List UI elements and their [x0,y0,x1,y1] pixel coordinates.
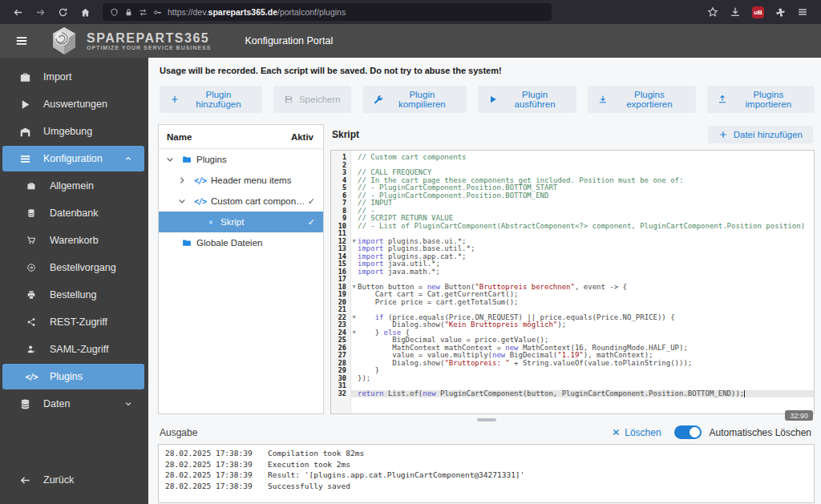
tree-column-aktiv: Aktiv [291,132,313,142]
sidebar-item-allgemein[interactable]: Allgemein [2,173,144,199]
plugin-hinzufuegen-button[interactable]: Plugin hinzufügen [160,86,262,113]
editor-panel: Skript Datei hinzufügen 1// Custom cart … [330,124,815,414]
home-icon[interactable] [75,3,95,21]
auto-clear-toggle[interactable] [674,425,702,439]
sidebar-item-import[interactable]: Import [2,64,144,90]
line-number: 32 [331,390,350,398]
back-button[interactable]: Zurück [2,467,144,493]
tree-expander-icon[interactable] [177,196,188,206]
play-icon [488,95,498,104]
tree-row-label: Plugins [196,155,304,164]
add-file-button[interactable]: Datei hinzufügen [708,126,813,143]
sidebar-item-label: Bestellung [50,289,96,300]
panel-resize-handle[interactable] [477,418,496,421]
shield-icon[interactable] [110,8,119,17]
plugins-exportieren-button[interactable]: Plugins exportieren [588,86,695,113]
sidebar-item-plugins[interactable]: </>Plugins [2,364,144,389]
tree-expander-icon[interactable] [177,175,188,185]
sidebar-item-label: Plugins [50,371,83,382]
tree-row-globale-dateien[interactable]: Globale Dateien [159,232,323,253]
fold-arrow-icon[interactable]: ▼ [350,238,358,246]
code-line-6: 6// - PluginCartComponent.Position.BOTTO… [331,192,814,200]
tree-row-plugins[interactable]: Plugins [159,149,323,170]
tree-expander-icon[interactable] [165,155,176,164]
line-number: 1 [331,154,350,162]
cart-icon [25,236,38,245]
sidebar-nav: ImportAuswertungenUmgebungKonfigurationA… [0,58,148,504]
close-icon [612,428,621,437]
log-line: 28.02.2025 17:38:39Result: '[plugins.app… [165,470,807,481]
reload-icon[interactable] [53,3,72,21]
button-label: Plugin hinzufügen [185,90,252,109]
line-number: 7 [331,200,350,208]
sidebar-item-label: Umgebung [43,126,92,137]
back-arrow-icon [18,474,31,486]
tree-row-skript[interactable]: Skript✓ [159,212,323,232]
tree-row-custom-cart-compon-[interactable]: </>Custom cart compon…✓ [159,191,323,212]
forward-icon[interactable] [30,3,50,21]
clear-output-button[interactable]: Löschen [612,427,661,438]
plus-icon [718,130,728,139]
auto-clear-label: Automatisches Löschen [710,427,811,438]
code-text: // Custom cart components [358,154,814,162]
plus-icon [170,95,180,104]
plugins-importieren-button[interactable]: Plugins importieren [707,86,815,113]
bookmark-star-icon[interactable] [707,6,718,18]
printer-icon [25,290,38,300]
code-text: Price price = cart.getTotalSum(); [358,299,814,307]
back-label: Zurück [43,474,74,486]
plugin-tree-panel: Name Aktiv Plugins</>Header menu items</… [158,124,324,414]
code-icon: </> [25,373,38,381]
briefcase-icon [25,181,38,191]
log-line: 28.02.2025 17:38:39Successfully saved [165,481,807,492]
sidebar-item-warenkorb[interactable]: Warenkorb [2,228,144,253]
key-icon[interactable] [153,8,162,17]
sidebar-item-label: Daten [43,398,70,409]
fold-arrow-icon[interactable]: ▼ [350,284,358,292]
sidebar-item-label: Allgemein [50,180,94,192]
sidebar-item-auswertungen[interactable]: Auswertungen [2,91,144,117]
sidebar-item-saml-zugriff[interactable]: SAML-Zugriff [2,337,144,362]
button-label: Plugins exportieren [613,90,685,109]
sidebar-item-daten[interactable]: Daten [2,391,144,417]
fold-arrow-icon[interactable]: ▼ [350,329,358,337]
line-number: 4 [331,177,350,185]
output-log: 28.02.2025 17:38:39Compilation took 82ms… [158,444,815,503]
sidebar-item-bestellung[interactable]: Bestellung [2,282,144,308]
sidebar-hamburger-icon[interactable] [14,34,29,48]
plugin-ausfuehren-button[interactable]: Plugin ausführen [478,86,576,113]
downloads-icon[interactable] [730,6,741,18]
share-icon [25,317,38,327]
code-text: // INPUT [358,200,814,208]
sidebar-item-label: Auswertungen [43,99,107,110]
fold-arrow-icon[interactable]: ▼ [350,314,358,322]
code-editor[interactable]: 1// Custom cart components23// CALL FREQ… [330,150,815,414]
wrench-icon [373,95,382,104]
sidebar-item-umgebung[interactable]: Umgebung [2,119,144,144]
speichern-button[interactable]: Speichern [273,86,351,113]
tree-row-label: Custom cart compon… [211,196,304,206]
sidebar-item-datenbank[interactable]: Datenbank [2,200,144,226]
tree-row-header-menu-items[interactable]: </>Header menu items [159,170,323,191]
file-icon [206,217,216,227]
plugin-toolbar: Plugin hinzufügenSpeichernPlugin kompili… [160,86,815,113]
button-label: Speichern [299,95,341,104]
sidebar-item-konfiguration[interactable]: Konfiguration [2,146,144,171]
url-bar[interactable]: https://dev.spareparts365.de/portalconf/… [103,3,552,21]
adblock-extension-icon[interactable]: uB [752,6,764,18]
sidebar-item-rest-zugriff[interactable]: REST-Zugriff [2,309,144,335]
back-icon[interactable] [8,3,27,21]
extensions-puzzle-icon[interactable] [775,7,786,18]
tracking-toggle-icon[interactable] [139,8,148,17]
browser-menu-icon[interactable] [797,6,808,18]
sidebar-item-bestellvorgang[interactable]: Bestellvorgang [2,255,144,280]
brand-name: SpareParts365 [87,32,211,45]
log-timestamp: 28.02.2025 17:38:39 [165,470,268,481]
button-label: Plugin kompilieren [388,90,456,109]
code-text: import java.math.*; [358,268,814,276]
log-message: Result: '[plugins.app.cat.PluginCartComp… [268,470,524,481]
lock-icon[interactable] [124,8,133,17]
plugin-kompilieren-button[interactable]: Plugin kompilieren [362,86,467,113]
code-text: // - List of PluginCartComponent(Abstrac… [358,223,814,231]
usage-warning: Usage will be recorded. Each script will… [160,66,815,75]
